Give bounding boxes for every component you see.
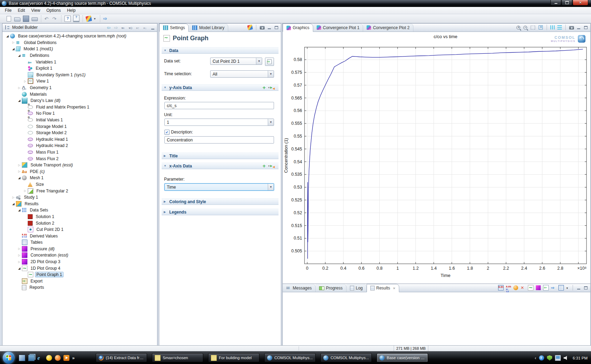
tab-progress[interactable]: Progress [316, 284, 346, 292]
tree-row[interactable]: ◢Darcy's Law(dl) [2, 97, 157, 104]
tree-row[interactable]: ▷Study 1 [2, 194, 157, 201]
minimize-button[interactable] [550, 0, 561, 6]
maximize-panel-icon[interactable] [584, 26, 588, 29]
minimize-panel-icon[interactable] [577, 286, 580, 289]
description-checkbox[interactable] [164, 130, 170, 135]
tree-row[interactable]: Storage Model 1 [2, 123, 157, 130]
minimize-panel-icon[interactable] [151, 26, 154, 29]
clear-icon[interactable] [521, 285, 525, 290]
brush-icon[interactable] [86, 15, 92, 22]
tab-results[interactable]: Results [367, 284, 400, 292]
description-input[interactable]: Concentration [164, 136, 274, 144]
section-legends[interactable]: ▶ Legends [162, 209, 279, 215]
taskbar-button[interactable]: (14) Extract Data fro... [96, 353, 147, 362]
dropdown-caret-icon[interactable] [566, 285, 569, 290]
collapsed-expander-icon[interactable]: ▷ [17, 260, 22, 263]
axis-horizontal-icon[interactable] [557, 25, 562, 29]
export-left-icon[interactable] [543, 285, 549, 291]
tab-settings[interactable]: Settings [159, 24, 189, 32]
volume-mixer-icon[interactable] [539, 355, 544, 361]
tree-row[interactable]: ▷Free Triangular 2 [2, 188, 157, 194]
collapsed-expander-icon[interactable]: ▷ [17, 254, 22, 257]
replace-expression-icon[interactable] [270, 85, 276, 90]
taskbar-button[interactable]: COMSOL Multiphys... [264, 353, 316, 362]
tree-row[interactable]: Materials [2, 91, 157, 97]
network-icon[interactable] [555, 355, 561, 361]
expanded-expander-icon[interactable]: ◢ [11, 47, 16, 51]
tree-row[interactable]: Fluid and Matrix Properties 1 [2, 104, 157, 111]
security-icon[interactable] [547, 355, 552, 361]
tree-row[interactable]: Hydraulic Head 1 [2, 136, 157, 143]
show-hide-icon[interactable] [129, 25, 134, 30]
collapsed-expander-icon[interactable]: ▷ [23, 189, 27, 192]
taskbar-button[interactable]: COMSOL Multiphys... [320, 353, 372, 362]
chevron-down-icon[interactable]: ▼ [256, 58, 262, 64]
tree-row[interactable]: Hydraulic Head 2 [2, 142, 157, 149]
expanded-expander-icon[interactable]: ◢ [17, 54, 22, 57]
maximize-panel-icon[interactable] [275, 26, 278, 29]
expanded-expander-icon[interactable]: ◢ [17, 99, 22, 102]
minimize-panel-icon[interactable] [577, 26, 580, 29]
menu-help[interactable]: Help [64, 7, 79, 14]
table-grid-icon[interactable] [558, 285, 564, 291]
browser-ball-icon[interactable] [55, 355, 61, 361]
model-export-icon[interactable] [103, 16, 109, 21]
section-y-axis[interactable]: ▼ y-Axis Data [162, 84, 279, 91]
tree-row[interactable]: ◢Data Sets [2, 207, 157, 214]
collapsed-expander-icon[interactable]: ▷ [17, 164, 22, 167]
collapsed-expander-icon[interactable]: ▷ [17, 86, 22, 89]
close-icon[interactable] [392, 286, 396, 291]
section-coloring[interactable]: ▶ Coloring and Style [162, 198, 279, 205]
tree-row[interactable]: Variables 1 [2, 59, 157, 65]
close-button[interactable] [573, 0, 588, 6]
expand-all-icon[interactable] [136, 25, 141, 30]
ie-icon[interactable] [37, 355, 43, 361]
tree-row[interactable]: Mass Flux 1 [2, 149, 157, 156]
section-data[interactable]: ▼ Data [162, 47, 279, 54]
replace-expression-icon[interactable] [270, 164, 276, 168]
forward-icon[interactable] [114, 25, 119, 30]
tab-convergence-plot-2[interactable]: Convergence Plot 2 [363, 24, 413, 32]
zoom-in-icon[interactable] [516, 26, 520, 29]
add-expression-icon[interactable] [262, 164, 267, 168]
tree-row[interactable]: ▷Pressure(dl) [2, 246, 157, 252]
tree-row[interactable]: Solution 2 [2, 220, 157, 226]
zoom-extents-icon[interactable] [539, 25, 543, 29]
tree-row[interactable]: Storage Model 2 [2, 130, 157, 136]
minimize-panel-icon[interactable] [268, 26, 271, 29]
tab-model-library[interactable]: Model Library [189, 24, 228, 32]
snapshot-icon[interactable] [569, 26, 574, 29]
tree-row[interactable]: ◢Results [2, 200, 157, 207]
point-graph-plot[interactable]: 00.20.40.60.811.21.41.61.822.22.42.62.80… [283, 32, 590, 284]
tree-row[interactable]: ▷Solute Transport(esst) [2, 162, 157, 168]
tree-row[interactable]: Mass Flux 2 [2, 155, 157, 162]
open-icon[interactable] [14, 17, 20, 21]
redo-icon[interactable] [52, 16, 58, 21]
start-button[interactable] [3, 352, 15, 364]
doc-help-icon[interactable] [73, 15, 79, 22]
tree-row[interactable]: Explicit 1 [2, 65, 157, 72]
maximize-button[interactable] [562, 0, 572, 6]
tree-row[interactable]: ▷Geometry 1 [2, 85, 157, 91]
tree-row[interactable]: Export [2, 278, 157, 285]
graphics-canvas[interactable]: 00.20.40.60.811.21.41.61.822.22.42.62.80… [283, 32, 590, 284]
messenger-icon[interactable] [46, 355, 52, 361]
collapsed-expander-icon[interactable]: ▷ [23, 80, 27, 83]
collapsed-expander-icon[interactable]: ▷ [17, 247, 22, 250]
tree-row[interactable]: ◢1D Plot Group 4 [2, 265, 157, 271]
save-icon[interactable] [23, 16, 29, 22]
tree-row[interactable]: ◢Model 1(mod1) [2, 46, 157, 52]
tree-row[interactable]: ▷PDE(c) [2, 168, 157, 175]
data-set-select[interactable]: Cut Point 2D 1 ▼ [210, 58, 262, 65]
tree-row[interactable]: ▷View 1 [2, 78, 157, 85]
brush-icon[interactable] [247, 25, 253, 31]
menu-file[interactable]: File [2, 7, 15, 14]
overflow-chevron-icon[interactable]: » [72, 355, 75, 361]
section-title[interactable]: ▶ Title [162, 153, 279, 159]
tab-log[interactable]: Log [346, 284, 367, 292]
evaluate-number-icon[interactable] [506, 285, 511, 290]
tray-chevron-icon[interactable]: ‹ [535, 355, 536, 361]
tree-row[interactable]: No Flow 1 [2, 110, 157, 117]
axis-vertical-icon[interactable] [550, 25, 555, 29]
tree-row[interactable]: Solution 1 [2, 214, 157, 220]
